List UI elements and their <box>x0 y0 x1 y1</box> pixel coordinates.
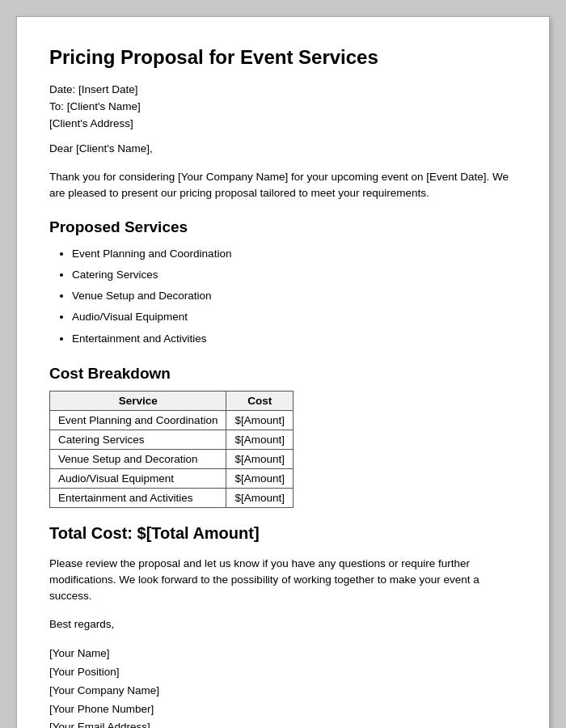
table-cell-cost: $[Amount] <box>226 449 294 468</box>
signature-name: [Your Name] <box>49 645 517 663</box>
total-cost-label: Total Cost: $[Total Amount] <box>49 524 517 543</box>
salutation: Dear [Client's Name], <box>49 142 517 154</box>
intro-paragraph: Thank you for considering [Your Company … <box>49 169 517 202</box>
regards-line: Best regards, <box>49 618 517 630</box>
list-item: Event Planning and Coordination <box>72 244 517 264</box>
table-row: Event Planning and Coordination $[Amount… <box>50 410 294 430</box>
table-row: Entertainment and Activities $[Amount] <box>50 488 294 507</box>
table-header-service: Service <box>50 391 226 410</box>
table-cell-service: Catering Services <box>50 430 226 449</box>
cost-table: Service Cost Event Planning and Coordina… <box>49 391 294 508</box>
table-cell-cost: $[Amount] <box>226 488 294 507</box>
table-row: Venue Setup and Decoration $[Amount] <box>50 449 294 468</box>
list-item: Venue Setup and Decoration <box>72 286 517 306</box>
table-header-row: Service Cost <box>50 391 294 410</box>
table-cell-service: Entertainment and Activities <box>50 488 226 507</box>
table-cell-cost: $[Amount] <box>226 410 294 430</box>
signature-company: [Your Company Name] <box>49 682 517 700</box>
table-cell-cost: $[Amount] <box>226 468 294 488</box>
address-line: [Client's Address] <box>49 117 517 129</box>
to-line: To: [Client's Name] <box>49 100 517 112</box>
table-cell-service: Venue Setup and Decoration <box>50 449 226 468</box>
signature-position: [Your Position] <box>49 663 517 682</box>
document-container: Pricing Proposal for Event Services Date… <box>16 16 550 728</box>
cost-breakdown-heading: Cost Breakdown <box>49 365 517 383</box>
table-cell-service: Audio/Visual Equipment <box>50 468 226 488</box>
signature-email: [Your Email Address] <box>49 718 517 728</box>
date-line: Date: [Insert Date] <box>49 83 517 95</box>
closing-paragraph: Please review the proposal and let us kn… <box>49 556 517 605</box>
document-title: Pricing Proposal for Event Services <box>49 46 517 69</box>
table-cell-service: Event Planning and Coordination <box>50 410 226 430</box>
list-item: Audio/Visual Equipment <box>72 307 517 327</box>
list-item: Catering Services <box>72 265 517 285</box>
table-header-cost: Cost <box>226 391 294 410</box>
table-row: Audio/Visual Equipment $[Amount] <box>50 468 294 488</box>
table-cell-cost: $[Amount] <box>226 430 294 449</box>
proposed-services-heading: Proposed Services <box>49 218 517 236</box>
list-item: Entertainment and Activities <box>72 329 517 349</box>
signature-phone: [Your Phone Number] <box>49 700 517 719</box>
table-row: Catering Services $[Amount] <box>50 430 294 449</box>
proposed-services-list: Event Planning and Coordination Catering… <box>72 244 517 349</box>
signature-block: [Your Name] [Your Position] [Your Compan… <box>49 645 517 728</box>
